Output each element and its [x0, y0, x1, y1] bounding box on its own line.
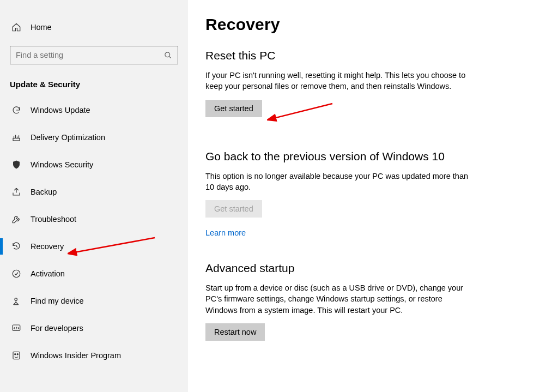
- sidebar-section-title: Update & Security: [0, 74, 188, 97]
- search-input[interactable]: [16, 51, 164, 59]
- sidebar-item-label: Delivery Optimization: [31, 133, 105, 142]
- get-started-button-disabled: Get started: [205, 200, 262, 218]
- sidebar-item-label: Windows Insider Program: [31, 351, 121, 360]
- sidebar-item-windows-update[interactable]: Windows Update: [0, 97, 188, 124]
- sidebar-item-windows-insider-program[interactable]: Windows Insider Program: [0, 342, 188, 369]
- sidebar-item-label: Troubleshoot: [31, 215, 76, 224]
- delivery-icon: [11, 132, 22, 142]
- main-content: Recovery Reset this PC If your PC isn't …: [188, 0, 558, 392]
- sidebar-item-label: For developers: [31, 324, 83, 333]
- svg-rect-6: [13, 352, 20, 359]
- svg-point-8: [17, 354, 18, 355]
- sidebar-item-backup[interactable]: Backup: [0, 178, 188, 206]
- home-icon: [11, 22, 22, 32]
- learn-more-link[interactable]: Learn more: [205, 228, 246, 237]
- section-body: This option is no longer available becau…: [205, 171, 472, 193]
- section-go-back: Go back to the previous version of Windo…: [205, 150, 536, 238]
- svg-point-3: [13, 270, 20, 278]
- sidebar-item-label: Backup: [31, 188, 57, 196]
- sync-icon: [11, 105, 22, 115]
- check-icon: [11, 269, 22, 279]
- section-advanced-startup: Advanced startup Start up from a device …: [205, 262, 536, 341]
- backup-icon: [11, 187, 22, 197]
- sidebar-item-label: Find my device: [31, 297, 84, 305]
- svg-point-7: [15, 354, 16, 355]
- section-body: Start up from a device or disc (such as …: [205, 282, 472, 316]
- section-heading: Reset this PC: [205, 49, 536, 62]
- sidebar-item-label: Windows Update: [31, 106, 90, 114]
- section-heading: Advanced startup: [205, 262, 536, 275]
- sidebar-item-label: Recovery: [31, 242, 64, 251]
- svg-point-4: [15, 298, 17, 301]
- sidebar-item-windows-security[interactable]: Windows Security: [0, 151, 188, 178]
- insider-icon: [11, 351, 22, 360]
- svg-line-1: [169, 56, 171, 58]
- sidebar-item-label: Windows Security: [31, 160, 93, 169]
- home-link[interactable]: Home: [0, 16, 188, 38]
- page-title: Recovery: [205, 15, 536, 34]
- get-started-button[interactable]: Get started: [205, 100, 262, 117]
- sidebar-item-recovery[interactable]: Recovery: [0, 233, 188, 260]
- sidebar-item-troubleshoot[interactable]: Troubleshoot: [0, 206, 188, 233]
- search-input-wrapper[interactable]: [10, 46, 178, 64]
- recovery-icon: [11, 242, 22, 251]
- restart-now-button[interactable]: Restart now: [205, 323, 265, 341]
- sidebar-item-find-my-device[interactable]: Find my device: [0, 287, 188, 315]
- sidebar: Home Update & Security Windows Update De…: [0, 0, 188, 392]
- section-reset-this-pc: Reset this PC If your PC isn't running w…: [205, 49, 536, 117]
- sidebar-item-activation[interactable]: Activation: [0, 260, 188, 287]
- search-icon: [164, 51, 172, 59]
- section-body: If your PC isn't running well, resetting…: [205, 70, 472, 92]
- find-icon: [11, 296, 22, 306]
- svg-rect-2: [13, 138, 20, 141]
- home-label: Home: [31, 23, 52, 32]
- developer-icon: [11, 323, 22, 333]
- section-heading: Go back to the previous version of Windo…: [205, 150, 536, 163]
- sidebar-item-for-developers[interactable]: For developers: [0, 315, 188, 342]
- sidebar-item-delivery-optimization[interactable]: Delivery Optimization: [0, 124, 188, 151]
- sidebar-item-label: Activation: [31, 269, 65, 278]
- shield-icon: [11, 160, 22, 170]
- svg-point-0: [165, 52, 170, 57]
- wrench-icon: [11, 214, 22, 224]
